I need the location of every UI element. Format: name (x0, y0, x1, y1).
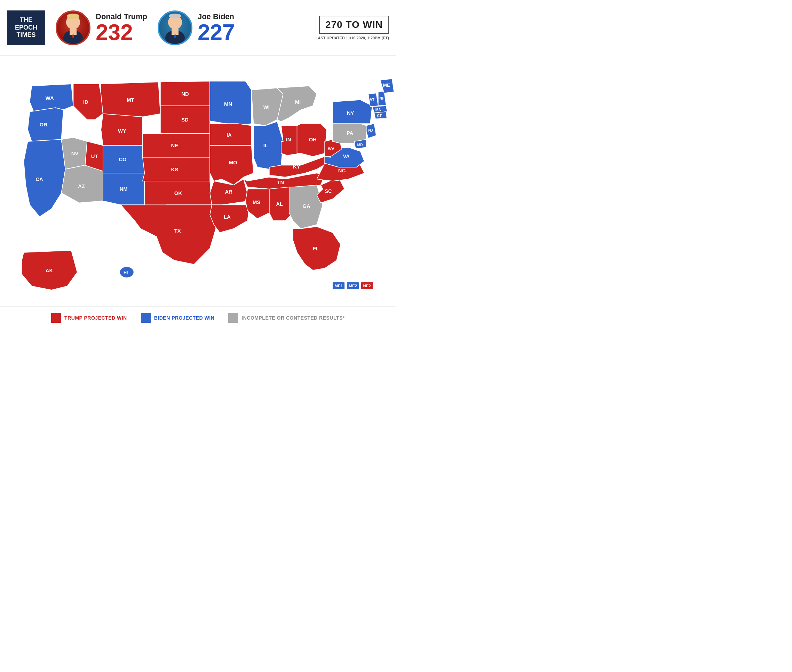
logo-line1: THE (15, 16, 37, 24)
svg-text:OR: OR (40, 122, 47, 128)
svg-text:IL: IL (263, 143, 268, 148)
us-map: WA OR CA ID NV AZ MT WY UT CO NM ND (0, 56, 396, 306)
svg-text:WI: WI (263, 104, 270, 110)
svg-text:SD: SD (181, 117, 188, 123)
biden-info: Joe Biden 227 (198, 12, 235, 43)
state-IL[interactable] (253, 122, 283, 169)
win-threshold-box: 270 TO WIN (319, 16, 389, 34)
biden-vote-count: 227 (198, 21, 235, 43)
svg-text:ID: ID (83, 99, 88, 105)
svg-text:MI: MI (295, 99, 301, 105)
svg-text:VT: VT (370, 98, 375, 102)
contested-swatch (228, 313, 238, 323)
state-CA[interactable] (24, 140, 65, 217)
svg-text:PA: PA (346, 130, 354, 136)
map-container: WA OR CA ID NV AZ MT WY UT CO NM ND (0, 56, 396, 306)
legend-trump: TRUMP PROJECTED WIN (51, 313, 127, 323)
trump-avatar (56, 10, 91, 45)
svg-text:HI: HI (123, 270, 128, 275)
svg-text:LA: LA (224, 214, 231, 220)
svg-text:UT: UT (91, 154, 98, 159)
legend-contested: INCOMPLETE OR CONTESTED RESULTS* (228, 313, 345, 323)
trump-legend-label: TRUMP PROJECTED WIN (64, 315, 127, 321)
svg-text:NC: NC (338, 168, 346, 173)
win-threshold-area: 270 TO WIN LAST UPDATED 11/16/2020, 1:20… (316, 16, 389, 40)
svg-text:OK: OK (174, 190, 182, 196)
svg-text:NV: NV (71, 151, 79, 156)
svg-text:MN: MN (224, 101, 232, 107)
trump-swatch (51, 313, 61, 323)
svg-text:GA: GA (302, 203, 310, 209)
svg-text:ND: ND (181, 91, 189, 97)
biden-swatch (141, 313, 151, 323)
svg-text:CO: CO (119, 157, 126, 162)
svg-text:CT: CT (377, 114, 382, 118)
svg-text:AR: AR (225, 189, 232, 195)
svg-text:IN: IN (286, 137, 291, 142)
svg-text:WA: WA (46, 95, 54, 101)
svg-text:MS: MS (252, 200, 260, 205)
svg-text:MO: MO (229, 160, 237, 165)
svg-text:TX: TX (174, 228, 181, 234)
svg-text:FL: FL (313, 246, 319, 251)
svg-text:TN: TN (277, 180, 284, 185)
svg-text:NJ: NJ (368, 128, 373, 132)
svg-text:ME1: ME1 (335, 284, 343, 288)
svg-text:CA: CA (35, 176, 43, 182)
svg-text:MA: MA (375, 108, 382, 112)
svg-point-9 (169, 14, 181, 18)
biden-block: Joe Biden 227 (158, 10, 235, 45)
svg-text:ME2: ME2 (349, 284, 357, 288)
legend-biden: BIDEN PROJECTED WIN (141, 313, 215, 323)
svg-point-4 (67, 14, 79, 19)
svg-text:NE2: NE2 (363, 284, 371, 288)
svg-text:NE: NE (171, 143, 179, 148)
trump-vote-count: 232 (96, 21, 147, 43)
logo-line3: TIMES (15, 31, 37, 39)
svg-text:NM: NM (120, 186, 128, 192)
svg-text:NY: NY (347, 110, 354, 116)
svg-text:SC: SC (325, 188, 332, 194)
biden-legend-label: BIDEN PROJECTED WIN (154, 315, 215, 321)
header: THE EPOCH TIMES Donald Trump 232 (0, 0, 396, 56)
svg-text:VA: VA (343, 154, 350, 159)
svg-text:WY: WY (118, 128, 126, 134)
logo-line2: EPOCH (15, 24, 37, 32)
svg-text:KY: KY (293, 164, 300, 170)
svg-text:MD: MD (357, 143, 362, 147)
svg-text:AZ: AZ (78, 184, 85, 189)
trump-block: Donald Trump 232 (56, 10, 147, 45)
state-TX[interactable] (121, 205, 216, 264)
svg-text:ME: ME (383, 83, 390, 88)
biden-avatar (158, 10, 192, 45)
trump-info: Donald Trump 232 (96, 12, 147, 43)
logo: THE EPOCH TIMES (7, 10, 45, 45)
svg-text:NH: NH (379, 96, 385, 100)
legend: TRUMP PROJECTED WIN BIDEN PROJECTED WIN … (0, 306, 396, 329)
contested-legend-label: INCOMPLETE OR CONTESTED RESULTS* (241, 315, 345, 321)
svg-text:MT: MT (127, 97, 134, 103)
svg-text:KS: KS (171, 167, 179, 172)
svg-text:WV: WV (328, 147, 334, 151)
svg-text:AK: AK (46, 268, 53, 273)
svg-text:IA: IA (227, 132, 232, 138)
svg-text:AL: AL (276, 201, 283, 207)
last-updated: LAST UPDATED 11/16/2020, 1:20PM (ET) (316, 36, 389, 40)
svg-text:OH: OH (309, 137, 317, 142)
